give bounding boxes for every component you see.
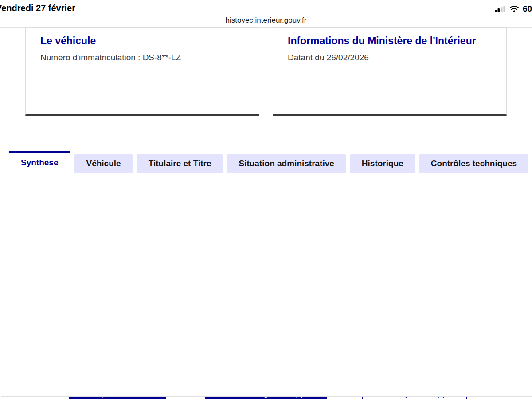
tab-situation-administrative[interactable]: Situation administrative xyxy=(227,154,345,173)
report-tabs: Synthèse Véhicule Titulaire et Titre Sit… xyxy=(9,151,532,174)
ministry-report-date: Datant du 26/02/2026 xyxy=(288,53,492,63)
vehicle-card-title: Le véhicule xyxy=(40,33,244,48)
tab-controles-techniques[interactable]: Contrôles techniques xyxy=(419,154,528,173)
wifi-icon xyxy=(509,5,519,12)
tab-historique[interactable]: Historique xyxy=(350,154,415,173)
vehicle-card: Le véhicule Numéro d'immatriculation : D… xyxy=(25,27,259,116)
synthese-panel xyxy=(1,173,532,397)
tab-titulaire-et-titre[interactable]: Titulaire et Titre xyxy=(137,154,223,173)
tab-synthese[interactable]: Synthèse xyxy=(9,151,70,174)
ministry-card-title: Informations du Ministère de l'Intérieur xyxy=(288,33,492,48)
status-date: Vendredi 27 février xyxy=(0,3,75,13)
browser-top-chrome: Vendredi 27 février 60 histovec.interieu… xyxy=(0,0,532,28)
status-icons: 60 xyxy=(495,4,532,14)
ministry-card: Informations du Ministère de l'Intérieur… xyxy=(273,27,507,116)
vehicle-registration-number: Numéro d'immatriculation : DS-8**-LZ xyxy=(40,53,244,63)
tab-vehicule[interactable]: Véhicule xyxy=(74,154,132,173)
address-bar[interactable]: histovec.interieur.gouv.fr xyxy=(0,16,532,25)
cellular-signal-icon xyxy=(495,5,506,12)
battery-percentage: 60 xyxy=(523,4,532,14)
